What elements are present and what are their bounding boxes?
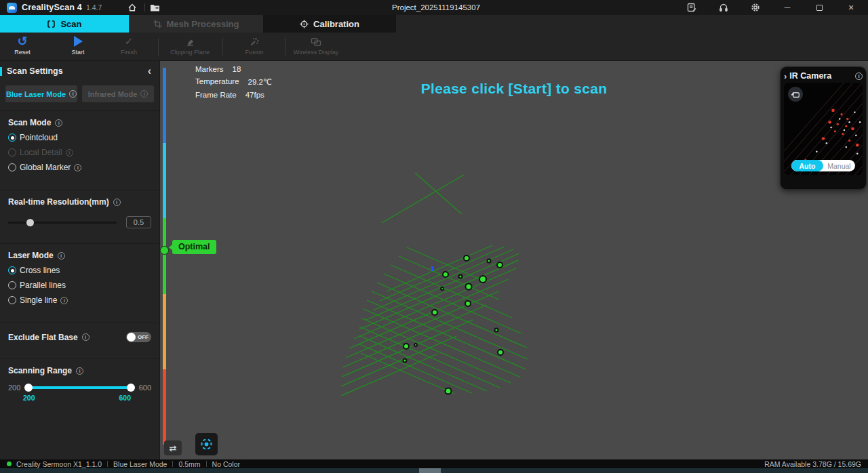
info-icon[interactable]: i [69,90,77,98]
tab-mesh-processing[interactable]: Mesh Processing [129,15,263,33]
laser-mode-label: Laser Mode [8,251,54,260]
status-separator [172,461,173,467]
scan-mode-section: Scan Mode i Pointcloud Local Detail i Gl… [0,110,159,182]
info-icon[interactable]: i [74,164,81,171]
resolution-section: Real-time Resolution(mm) i 0.5 [0,190,159,235]
tab-scan-label: Scan [60,19,81,29]
info-icon[interactable]: i [82,333,90,341]
maximize-button[interactable] [813,0,825,15]
fusion-button[interactable]: Fusion [226,35,283,56]
support-button[interactable] [717,0,730,15]
toolbar-separator [285,38,285,56]
wireless-display-icon [311,37,321,47]
radio-local-detail[interactable]: Local Detail i [8,148,151,157]
swap-view-button[interactable]: ⇄ [164,440,182,455]
toggle-knob [127,333,136,342]
radio-icon [8,163,16,171]
info-icon[interactable]: i [855,73,863,80]
toggle-state-label: OFF [138,334,149,340]
range-min-label: 200 [8,384,20,392]
clipping-plane-button[interactable]: Clipping Plane [161,35,218,56]
title-bar: CrealityScan 4 1.4.7 Project_20251119145… [0,0,868,15]
resolution-slider[interactable] [8,222,117,224]
bottom-edge-strip [0,468,868,473]
check-icon: ✓ [125,35,134,47]
exposure-manual-button[interactable]: Manual [823,162,855,170]
wireless-display-button[interactable]: Wireless Display [288,35,344,56]
info-icon[interactable]: i [60,297,68,304]
ir-camera-view: Auto Manual [784,83,863,175]
info-icon[interactable]: i [58,252,65,260]
radio-global-marker[interactable]: Global Marker i [8,163,151,172]
crealityscan-window: CrealityScan 4 1.4.7 Project_20251119145… [0,0,868,473]
reset-icon: ↺ [17,35,27,47]
ir-camera-title: IR Camera [789,71,831,81]
collapse-panel-button[interactable]: ‹ [148,67,151,75]
scanning-range-slider[interactable] [26,386,132,389]
radio-pointcloud[interactable]: Pointcloud [8,133,151,142]
radio-selected-icon [8,133,16,142]
release-notes-button[interactable] [686,0,698,15]
optimal-badge: Optimal [172,240,216,254]
auto-center-button[interactable] [195,433,218,455]
ram-available: RAM Available 3.78G / 15.69G [764,460,861,468]
finish-button[interactable]: ✓ Finish [100,35,157,56]
maximize-icon [816,5,823,11]
radio-label: Single line [20,295,57,305]
range-high-handle[interactable] [127,384,135,392]
toolbar-separator [158,38,159,56]
reset-button[interactable]: ↺ Reset [0,35,51,56]
exposure-auto-button[interactable]: Auto [791,160,823,171]
scan-3d-viewport[interactable]: Optimal Markers 18 Temperature 29.2℃ Fra… [160,61,868,459]
infrared-mode-button[interactable]: Infrared Mode i [82,85,154,102]
home-button[interactable] [124,0,140,15]
info-icon[interactable]: i [113,199,121,206]
range-low-handle[interactable] [24,384,33,392]
radio-cross-lines[interactable]: Cross lines [8,266,151,275]
settings-button[interactable] [749,0,762,15]
crop-icon [153,20,162,28]
radio-parallel-lines[interactable]: Parallel lines [8,281,151,290]
switch-camera-button[interactable] [788,87,803,102]
status-separator [206,461,207,467]
markers-value: 18 [233,65,241,73]
info-icon[interactable]: i [55,119,62,127]
start-button[interactable]: Start [50,35,106,56]
optimal-distance-indicator [160,246,169,255]
clipping-plane-label: Clipping Plane [161,49,218,56]
project-title: Project_20251119145307 [392,0,480,15]
headset-icon [719,3,728,12]
radio-single-line[interactable]: Single line i [8,295,151,305]
close-button[interactable]: × [845,0,857,15]
titlebar-actions: ─ × [686,0,868,15]
radio-label: Parallel lines [20,281,66,290]
blue-laser-mode-label: Blue Laser Mode [6,90,66,98]
scanning-range-section: Scanning Range i 200 600 200 600 [0,358,159,405]
open-project-button[interactable] [146,0,163,15]
tab-calibration[interactable]: Calibration [263,15,396,33]
finish-label: Finish [100,49,157,56]
range-high-value: 600 [119,394,131,402]
gear-icon [751,3,760,12]
exclude-flat-base-label: Exclude Flat Base [8,333,78,342]
resolution-value[interactable]: 0.5 [126,216,151,228]
radio-icon [8,296,16,304]
app-version: 1.4.7 [86,3,102,12]
play-icon [74,36,83,47]
minimize-button[interactable]: ─ [781,0,793,15]
info-icon[interactable]: i [76,367,83,375]
scan-settings-header: Scan Settings ‹ [0,61,159,79]
taskbar-peek-handle [419,468,441,473]
tab-bar-filler [396,15,868,33]
info-icon[interactable]: i [66,149,73,157]
status-separator [107,461,108,467]
collapse-ir-panel-button[interactable]: › [784,71,787,81]
markers-label: Markers [195,65,224,73]
exclude-flat-base-toggle[interactable]: OFF [126,332,151,342]
range-max-label: 600 [139,384,151,392]
tab-scan[interactable]: Scan [0,15,129,33]
blue-laser-mode-button[interactable]: Blue Laser Mode i [5,85,77,102]
wireless-display-label: Wireless Display [288,49,344,56]
resolution-slider-handle[interactable] [26,219,34,226]
info-icon[interactable]: i [140,90,148,98]
